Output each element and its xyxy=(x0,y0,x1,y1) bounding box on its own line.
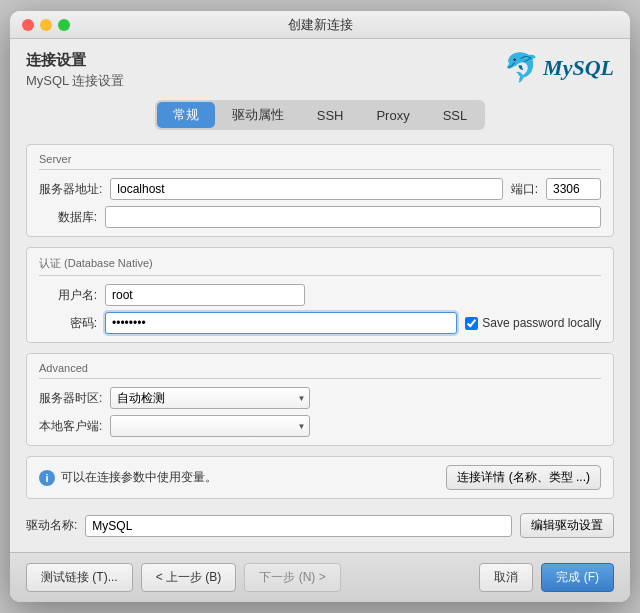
tab-ssh[interactable]: SSH xyxy=(301,102,360,128)
db-input[interactable] xyxy=(105,206,601,228)
timezone-row: 服务器时区: 自动检测 xyxy=(39,387,601,409)
auth-section-title: 认证 (Database Native) xyxy=(39,256,601,271)
save-password-checkbox[interactable] xyxy=(465,317,478,330)
advanced-title: Advanced xyxy=(39,362,601,374)
bottom-bar: 测试链接 (T)... < 上一步 (B) 下一步 (N) > 取消 完成 (F… xyxy=(10,552,630,602)
tab-driver-props[interactable]: 驱动属性 xyxy=(216,102,300,128)
password-input[interactable] xyxy=(105,312,457,334)
client-row: 本地客户端: xyxy=(39,415,601,437)
subtitle: MySQL 连接设置 xyxy=(26,72,124,90)
minimize-button[interactable] xyxy=(40,19,52,31)
next-button[interactable]: 下一步 (N) > xyxy=(244,563,340,592)
server-section-title: Server xyxy=(39,153,601,165)
password-label: 密码: xyxy=(39,315,97,332)
close-button[interactable] xyxy=(22,19,34,31)
back-button[interactable]: < 上一步 (B) xyxy=(141,563,237,592)
driver-section: 驱动名称: 编辑驱动设置 xyxy=(26,509,614,542)
info-section: i 可以在连接参数中使用变量。 连接详情 (名称、类型 ...) xyxy=(26,456,614,499)
auth-section: 认证 (Database Native) 用户名: 密码: Save passw… xyxy=(26,247,614,343)
username-input[interactable] xyxy=(105,284,305,306)
driver-name-input[interactable] xyxy=(85,515,512,537)
window-title: 创建新连接 xyxy=(288,16,353,34)
save-password-label[interactable]: Save password locally xyxy=(465,316,601,330)
port-input[interactable] xyxy=(546,178,601,200)
database-row: 数据库: xyxy=(39,206,601,228)
info-message: 可以在连接参数中使用变量。 xyxy=(61,469,217,486)
server-section: Server 服务器地址: 端口: 数据库: xyxy=(26,144,614,237)
connection-details-button[interactable]: 连接详情 (名称、类型 ...) xyxy=(446,465,601,490)
dolphin-icon: 🐬 xyxy=(504,51,539,84)
mysql-logo: 🐬 MySQL xyxy=(504,51,614,84)
edit-driver-button[interactable]: 编辑驱动设置 xyxy=(520,513,614,538)
host-label: 服务器地址: xyxy=(39,181,102,198)
timezone-select[interactable]: 自动检测 xyxy=(110,387,310,409)
titlebar: 创建新连接 xyxy=(10,11,630,39)
user-label: 用户名: xyxy=(39,287,97,304)
advanced-section: Advanced 服务器时区: 自动检测 本地客户端: xyxy=(26,353,614,446)
header-left: 连接设置 MySQL 连接设置 xyxy=(26,51,124,90)
main-window: 创建新连接 连接设置 MySQL 连接设置 🐬 MySQL 常规 驱动属性 SS… xyxy=(10,11,630,602)
tab-bar: 常规 驱动属性 SSH Proxy SSL xyxy=(155,100,486,130)
maximize-button[interactable] xyxy=(58,19,70,31)
tabs-container: 常规 驱动属性 SSH Proxy SSL xyxy=(26,100,614,130)
cancel-button[interactable]: 取消 xyxy=(479,563,533,592)
client-select-wrapper xyxy=(110,415,310,437)
info-icon: i xyxy=(39,470,55,486)
timezone-label: 服务器时区: xyxy=(39,390,102,407)
timezone-select-wrapper: 自动检测 xyxy=(110,387,310,409)
section-title: 连接设置 xyxy=(26,51,124,70)
mysql-brand-text: MySQL xyxy=(543,55,614,81)
window-controls xyxy=(22,19,70,31)
info-text-area: i 可以在连接参数中使用变量。 xyxy=(39,469,217,486)
finish-button[interactable]: 完成 (F) xyxy=(541,563,614,592)
content-area: 连接设置 MySQL 连接设置 🐬 MySQL 常规 驱动属性 SSH Prox… xyxy=(10,39,630,542)
host-input[interactable] xyxy=(110,178,502,200)
header-section: 连接设置 MySQL 连接设置 🐬 MySQL xyxy=(26,51,614,90)
host-row: 服务器地址: 端口: xyxy=(39,178,601,200)
tab-proxy[interactable]: Proxy xyxy=(360,102,425,128)
port-label: 端口: xyxy=(511,181,538,198)
username-row: 用户名: xyxy=(39,284,601,306)
password-row: 密码: Save password locally xyxy=(39,312,601,334)
db-label: 数据库: xyxy=(39,209,97,226)
test-connection-button[interactable]: 测试链接 (T)... xyxy=(26,563,133,592)
driver-label: 驱动名称: xyxy=(26,517,77,534)
tab-ssl[interactable]: SSL xyxy=(427,102,484,128)
tab-normal[interactable]: 常规 xyxy=(157,102,215,128)
client-label: 本地客户端: xyxy=(39,418,102,435)
client-select[interactable] xyxy=(110,415,310,437)
